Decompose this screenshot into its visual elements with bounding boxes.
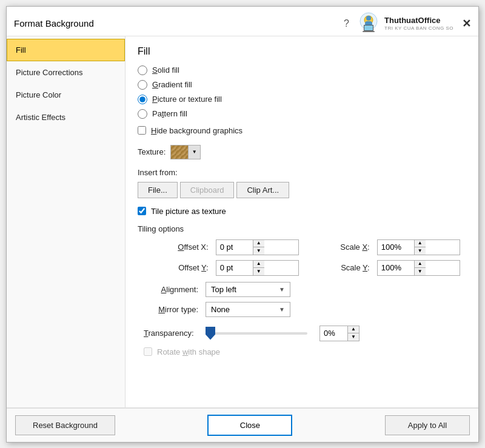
radio-solid-fill-input[interactable] (138, 65, 147, 75)
offset-x-spin-btns: ▲ ▼ (253, 240, 264, 255)
close-button[interactable]: Close (207, 415, 292, 436)
tile-picture-checkbox[interactable]: Tile picture as texture (138, 207, 466, 216)
offset-y-down[interactable]: ▼ (253, 268, 264, 275)
svg-point-2 (366, 16, 371, 21)
radio-gradient-fill-input[interactable] (138, 80, 147, 90)
transparency-slider[interactable] (210, 327, 307, 339)
scale-y-label: Scale Y: (306, 263, 370, 272)
transparency-input[interactable] (320, 327, 347, 339)
reset-background-button[interactable]: Reset Background (15, 415, 115, 435)
scale-y-up[interactable]: ▲ (415, 261, 426, 268)
hide-background-checkbox[interactable]: Hide background graphics (138, 126, 466, 135)
radio-pattern-fill-label: Pattern fill (152, 109, 187, 118)
file-button[interactable]: File... (138, 182, 178, 198)
close-icon[interactable]: ✕ (462, 17, 471, 30)
sidebar: Fill Picture Corrections Picture Color A… (7, 36, 125, 407)
hide-background-input[interactable] (138, 126, 146, 135)
logo: ThuthuatOffice TRI KY CUA BAN CONG SO (355, 12, 453, 36)
help-icon[interactable]: ? (344, 18, 349, 29)
main-panel: Fill Solid fill Gradient fill Picture or… (125, 36, 478, 407)
offset-y-label: Offset Y: (144, 263, 209, 272)
offset-x-spinner[interactable]: ▲ ▼ (216, 239, 299, 255)
fill-options: Solid fill Gradient fill Picture or text… (138, 65, 466, 119)
offset-x-up[interactable]: ▲ (253, 240, 264, 247)
radio-gradient-fill-label: Gradient fill (152, 80, 192, 89)
logo-name: ThuthuatOffice (384, 16, 453, 25)
logo-graphic (355, 12, 382, 36)
offset-x-down[interactable]: ▼ (253, 247, 264, 255)
sidebar-item-picture-color[interactable]: Picture Color (7, 84, 125, 106)
radio-gradient-fill[interactable]: Gradient fill (138, 80, 466, 90)
offset-y-input[interactable] (216, 261, 253, 274)
texture-preview (171, 145, 188, 159)
transparency-down[interactable]: ▼ (348, 333, 359, 341)
scale-x-label: Scale X: (306, 242, 370, 252)
clip-art-button[interactable]: Clip Art... (236, 182, 289, 198)
offset-x-input[interactable] (216, 241, 253, 253)
rotate-label: Rotate with shape (157, 347, 220, 356)
content-area: Fill Picture Corrections Picture Color A… (7, 36, 478, 407)
dialog-title: Format Background (14, 18, 94, 28)
slider-thumb[interactable] (206, 327, 215, 340)
title-bar: Format Background ? ThuthuatOffice (7, 7, 478, 36)
transparency-spinner[interactable]: ▲ ▼ (319, 326, 360, 341)
sidebar-item-picture-corrections[interactable]: Picture Corrections (7, 61, 125, 84)
scale-x-input[interactable] (378, 241, 414, 253)
sidebar-item-fill[interactable]: Fill (7, 39, 125, 61)
insert-from-label: Insert from: (138, 168, 466, 177)
offset-x-label: Offset X: (144, 242, 209, 252)
scale-x-spin-btns: ▲ ▼ (414, 240, 426, 255)
alignment-label: Alignment: (144, 285, 198, 294)
scale-x-down[interactable]: ▼ (415, 247, 426, 255)
mirror-type-label: Mirror type: (144, 305, 198, 314)
scale-y-input[interactable] (378, 261, 414, 274)
rotate-row: Rotate with shape (138, 347, 466, 356)
scale-y-down[interactable]: ▼ (415, 268, 426, 275)
alignment-select[interactable]: Top left ▼ (206, 282, 290, 297)
tiling-grid: Offset X: ▲ ▼ Scale X: ▲ ▼ (138, 239, 466, 276)
radio-solid-fill-label: Solid fill (152, 65, 179, 75)
tiling-options-title: Tiling options (138, 224, 466, 233)
svg-rect-6 (363, 31, 375, 32)
transparency-label: Transparency: (144, 329, 204, 338)
radio-picture-texture-fill-input[interactable] (138, 95, 147, 104)
logo-area: ? ThuthuatOffice TRI KY CUA BAN CONG SO (344, 12, 471, 36)
texture-button[interactable]: ▼ (170, 145, 201, 159)
tile-picture-input[interactable] (138, 207, 146, 215)
transparency-up[interactable]: ▲ (348, 326, 359, 333)
scale-y-spin-btns: ▲ ▼ (414, 261, 426, 275)
apply-to-all-button[interactable]: Apply to All (385, 415, 470, 435)
logo-text-area: ThuthuatOffice TRI KY CUA BAN CONG SO (384, 16, 453, 31)
rotate-checkbox[interactable] (144, 347, 152, 356)
alignment-arrow: ▼ (279, 286, 285, 293)
texture-row: Texture: ▼ (138, 145, 466, 159)
radio-picture-texture-fill-label: Picture or texture fill (152, 95, 222, 104)
scale-y-spinner[interactable]: ▲ ▼ (377, 260, 460, 276)
offset-y-up[interactable]: ▲ (253, 261, 264, 268)
scale-x-spinner[interactable]: ▲ ▼ (377, 239, 460, 255)
hide-background-label: Hide background graphics (151, 126, 242, 135)
footer: Reset Background Close Apply to All (7, 408, 478, 442)
mirror-type-row: Mirror type: None ▼ (138, 302, 466, 317)
insert-buttons: File... Clipboard Clip Art... (138, 182, 466, 198)
alignment-row: Alignment: Top left ▼ (138, 282, 466, 297)
texture-dropdown-arrow[interactable]: ▼ (188, 145, 200, 159)
tile-picture-label: Tile picture as texture (151, 207, 226, 216)
panel-title: Fill (138, 46, 466, 57)
sidebar-item-artistic-effects[interactable]: Artistic Effects (7, 106, 125, 129)
radio-pattern-fill-input[interactable] (138, 109, 147, 119)
mirror-type-select[interactable]: None ▼ (206, 302, 290, 317)
radio-solid-fill[interactable]: Solid fill (138, 65, 466, 75)
mirror-type-value: None (211, 305, 230, 314)
offset-y-spin-btns: ▲ ▼ (253, 261, 264, 275)
texture-label: Texture: (138, 147, 166, 156)
radio-pattern-fill[interactable]: Pattern fill (138, 109, 466, 119)
mirror-type-arrow: ▼ (279, 306, 285, 313)
offset-y-spinner[interactable]: ▲ ▼ (216, 260, 299, 276)
transparency-spin-btns: ▲ ▼ (347, 326, 359, 341)
scale-x-up[interactable]: ▲ (415, 240, 426, 247)
format-background-dialog: Format Background ? ThuthuatOffice (6, 6, 479, 443)
radio-picture-texture-fill[interactable]: Picture or texture fill (138, 95, 466, 104)
clipboard-button[interactable]: Clipboard (180, 182, 235, 198)
slider-track (210, 332, 307, 335)
